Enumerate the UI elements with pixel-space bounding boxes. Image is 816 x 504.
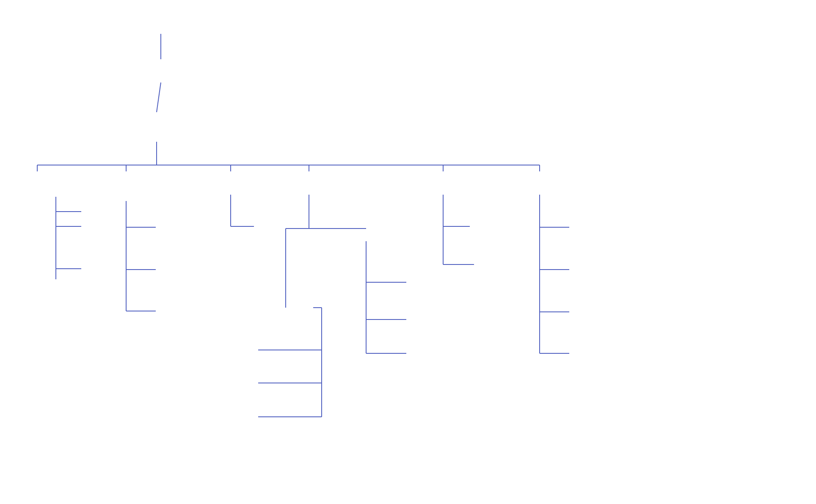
svg-line-1 xyxy=(157,83,161,112)
connections-svg xyxy=(0,0,816,504)
org-chart xyxy=(0,0,816,504)
